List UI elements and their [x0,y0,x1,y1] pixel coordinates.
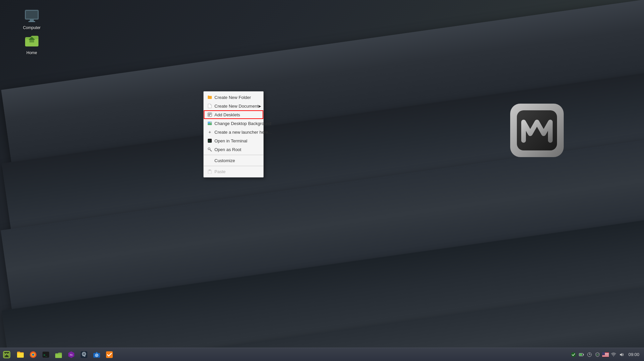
menu-item-open-as-root[interactable]: Open as Root [204,145,263,154]
taskbar-tasks-icon[interactable] [103,349,115,361]
svg-point-35 [96,355,97,356]
taskbar-steam-icon[interactable] [78,349,90,361]
context-menu: Create New Folder Create New Document ▶ … [203,91,264,177]
taskbar-app-icons: >_ Hx [13,348,570,361]
svg-point-31 [83,353,85,355]
menu-item-create-new-folder[interactable]: Create New Folder [204,93,263,102]
tray-battery-icon[interactable] [578,351,585,358]
folder-icon [207,95,212,100]
tray-timer-icon[interactable] [586,351,593,358]
submenu-arrow: ▶ [259,104,261,108]
svg-point-37 [571,352,576,357]
svg-rect-10 [210,113,211,115]
svg-point-12 [210,122,211,123]
paste-icon [207,169,212,174]
menu-item-paste[interactable]: Paste [204,167,263,176]
home-folder-icon [24,33,40,49]
tray-wifi-icon[interactable] [610,351,617,358]
menu-item-change-desktop-background[interactable]: Change Desktop Background [204,119,263,128]
tray-shield-icon[interactable] [594,351,601,358]
svg-rect-3 [26,11,38,19]
background-icon [207,121,212,126]
svg-marker-49 [620,353,622,356]
tray-keyboard-layout-icon[interactable] [602,351,609,358]
desktop: Computer Home Create New Folder [0,0,644,361]
svg-rect-4 [30,19,34,21]
create-new-document-label: Create New Document [214,104,259,109]
menu-separator-1 [204,155,263,155]
open-terminal-label: Open in Terminal [214,138,247,143]
key-icon [207,147,212,152]
menu-item-customize[interactable]: Customize [204,156,263,165]
menu-separator-2 [204,166,263,166]
svg-text:Hx: Hx [70,354,73,356]
svg-rect-39 [583,354,584,355]
terminal-icon: >_ [207,138,212,143]
svg-text:>_: >_ [208,140,211,142]
taskbar-hex-icon[interactable]: Hx [65,349,77,361]
plus-icon: + [207,129,212,135]
open-as-root-label: Open as Root [214,147,241,152]
tray-volume-icon[interactable] [618,351,625,358]
svg-rect-9 [208,113,210,116]
change-desktop-background-label: Change Desktop Background [214,121,271,126]
computer-icon-label: Computer [23,25,41,31]
desklet-icon [207,112,212,117]
paste-label: Paste [214,169,225,174]
svg-rect-47 [602,356,609,356]
taskbar-tray: 09:00 [570,351,644,358]
mint-logo [503,97,584,177]
home-desktop-icon[interactable]: Home [18,32,45,57]
taskbar-browser-icon[interactable] [27,349,39,361]
taskbar-clock[interactable]: 09:00 [626,352,641,357]
svg-rect-40 [579,354,582,356]
menu-item-add-desklets[interactable]: Add Desklets [204,110,263,119]
svg-marker-33 [96,352,98,353]
menu-item-create-launcher[interactable]: + Create a new launcher here... [204,128,263,136]
add-desklets-label: Add Desklets [214,112,240,117]
svg-rect-5 [28,21,35,22]
document-icon [207,103,212,109]
svg-rect-48 [602,352,605,355]
computer-icon [24,8,40,24]
taskbar-terminal-icon[interactable]: >_ [40,349,52,361]
menu-item-create-new-document[interactable]: Create New Document ▶ [204,102,263,110]
computer-desktop-icon[interactable]: Computer [18,7,45,32]
taskbar-camera-icon[interactable] [91,349,103,361]
start-button[interactable] [0,348,13,361]
menu-item-open-terminal[interactable]: >_ Open in Terminal [204,136,263,145]
taskbar-files-icon[interactable] [14,349,26,361]
home-icon-label: Home [26,50,37,56]
customize-icon [207,158,212,163]
create-new-folder-label: Create New Folder [214,95,251,100]
svg-rect-19 [209,169,211,171]
taskbar: >_ Hx [0,348,644,361]
tray-check-icon[interactable] [570,351,577,358]
svg-text:>_: >_ [43,353,47,357]
customize-label: Customize [214,158,235,163]
taskbar-home-icon[interactable] [53,349,65,361]
create-launcher-label: Create a new launcher here... [214,130,272,135]
svg-point-24 [32,354,34,356]
